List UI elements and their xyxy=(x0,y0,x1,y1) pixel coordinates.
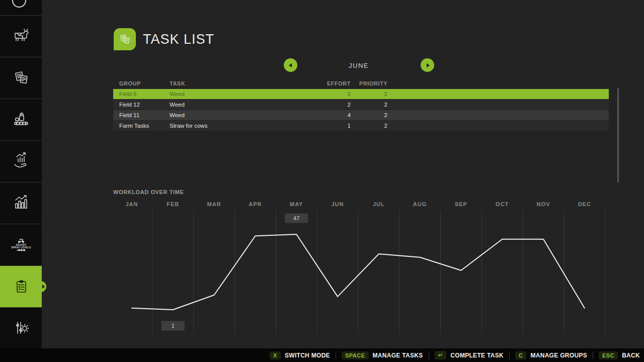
month-label: JAN xyxy=(125,201,138,207)
key-badge-space: SPACE xyxy=(342,351,369,359)
cell-effort: 2 xyxy=(294,102,351,108)
circle-icon xyxy=(12,0,26,8)
chart-min-label: 1 xyxy=(172,323,175,329)
month-label: JUN xyxy=(331,201,344,207)
production-chain-icon xyxy=(11,110,31,130)
task-table: GROUP TASK EFFORT PRIORITY Field 6 Weed … xyxy=(113,78,609,131)
sidebar-item-overview[interactable] xyxy=(0,0,42,15)
hint-label: COMPLETE TASK xyxy=(450,352,504,359)
enter-key-icon: ↵ xyxy=(435,351,447,359)
sidebar-item-statistics[interactable] xyxy=(0,182,42,224)
hint-label: SWITCH MODE xyxy=(285,352,330,359)
month-label: JUL xyxy=(373,201,385,207)
cell-priority: 2 xyxy=(351,102,387,108)
next-month-button[interactable] xyxy=(421,58,434,72)
chart-title: WORKLOAD OVER TIME xyxy=(113,189,184,195)
month-label: SEP xyxy=(455,201,467,207)
sidebar: ADJUST SPRAY LEVELS xyxy=(0,0,42,348)
key-badge-x: X xyxy=(270,351,281,359)
arrow-left-icon xyxy=(289,63,292,67)
cell-task: Weed xyxy=(170,112,294,118)
current-month-label: JUNE xyxy=(318,62,399,69)
divider xyxy=(336,351,336,359)
month-label: MAY xyxy=(290,201,303,207)
sidebar-item-settings[interactable] xyxy=(0,307,42,349)
cell-priority: 2 xyxy=(351,91,387,97)
key-badge-c: C xyxy=(515,351,526,359)
cell-priority: 2 xyxy=(351,123,387,129)
sidebar-item-animals[interactable] xyxy=(0,15,42,57)
column-header-group: GROUP xyxy=(119,80,170,86)
cell-priority: 2 xyxy=(351,112,387,118)
cell-effort: 2 xyxy=(294,91,351,97)
hint-manage-groups[interactable]: C MANAGE GROUPS xyxy=(515,351,587,359)
divider xyxy=(429,351,429,359)
column-header-priority: PRIORITY xyxy=(351,80,387,86)
cell-group: Field 11 xyxy=(119,112,170,118)
sidebar-item-production[interactable] xyxy=(0,99,42,140)
month-label: MAR xyxy=(207,201,221,207)
cell-group: Field 12 xyxy=(119,102,170,108)
divider xyxy=(509,351,510,359)
documents-icon xyxy=(11,68,31,88)
bar-chart-arrow-icon xyxy=(11,193,31,213)
month-label: AUG xyxy=(413,201,427,207)
table-row[interactable]: Field 12 Weed 2 2 xyxy=(113,100,609,110)
page-title: TASK LIST xyxy=(143,32,214,47)
hint-manage-tasks[interactable]: SPACE MANAGE TASKS xyxy=(342,351,423,359)
hint-complete-task[interactable]: ↵ COMPLETE TASK xyxy=(435,351,504,359)
workload-chart: JANFEBMARAPRMAYJUNJULAUGSEPOCTNOVDEC147 xyxy=(107,200,610,338)
sidebar-item-sales[interactable] xyxy=(0,140,42,182)
month-label: FEB xyxy=(167,201,179,207)
sidebar-item-spray-levels[interactable]: ADJUST SPRAY LEVELS xyxy=(0,224,42,265)
hint-label: MANAGE GROUPS xyxy=(530,352,587,359)
cell-group: Field 6 xyxy=(119,91,170,97)
month-label: NOV xyxy=(537,201,550,207)
hint-switch-mode[interactable]: X SWITCH MODE xyxy=(270,351,330,359)
cell-group: Farm Tasks xyxy=(119,123,170,129)
table-row[interactable]: Field 6 Weed 2 2 xyxy=(113,89,609,99)
arrow-right-icon xyxy=(427,63,430,67)
previous-month-button[interactable] xyxy=(284,58,297,72)
month-label: APR xyxy=(249,201,262,207)
cell-effort: 4 xyxy=(294,112,351,118)
cell-task: Weed xyxy=(170,102,294,108)
column-header-task: TASK xyxy=(170,80,294,86)
table-row[interactable]: Field 11 Weed 4 2 xyxy=(113,110,609,120)
selected-pointer-icon xyxy=(42,285,45,289)
table-header: GROUP TASK EFFORT PRIORITY xyxy=(113,78,609,89)
clipboard-checklist-icon xyxy=(11,277,31,297)
hint-back[interactable]: ESC BACK xyxy=(599,351,640,359)
month-label: OCT xyxy=(496,201,509,207)
table-scrollbar[interactable] xyxy=(617,88,619,183)
cell-task: Straw for cows xyxy=(170,123,294,129)
hand-chart-icon xyxy=(11,151,31,171)
column-header-effort: EFFORT xyxy=(294,80,351,86)
key-badge-esc: ESC xyxy=(599,351,618,359)
hint-label: BACK xyxy=(622,352,640,359)
table-row[interactable]: Farm Tasks Straw for cows 1 2 xyxy=(113,121,609,131)
sidebar-item-contracts[interactable] xyxy=(0,57,42,99)
svg-text:SPRAY LEVELS: SPRAY LEVELS xyxy=(11,246,31,249)
cow-icon xyxy=(11,26,31,46)
chart-max-label: 47 xyxy=(293,215,299,221)
cell-task: Weed xyxy=(170,91,294,97)
divider xyxy=(593,351,593,359)
sidebar-item-task-list[interactable] xyxy=(0,265,42,307)
adjust-spray-levels-icon: ADJUST SPRAY LEVELS xyxy=(11,235,31,255)
cell-effort: 1 xyxy=(294,123,351,129)
month-label: DEC xyxy=(578,201,591,207)
sliders-gear-icon xyxy=(11,318,31,338)
keybinding-bar: X SWITCH MODE SPACE MANAGE TASKS ↵ COMPL… xyxy=(0,348,644,362)
hint-label: MANAGE TASKS xyxy=(373,352,423,359)
task-list-icon xyxy=(114,28,136,50)
